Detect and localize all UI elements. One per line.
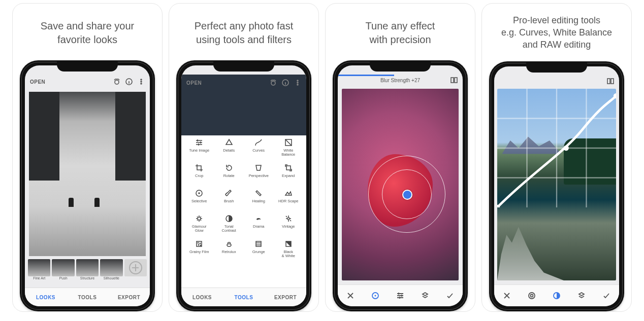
tool-curves[interactable]: Curves (244, 138, 274, 162)
promo-card-3: Tune any effect with precision Blur Stre… (325, 3, 475, 312)
tool-black-white[interactable]: Black & White (274, 240, 304, 263)
tool-grunge[interactable]: Grunge (244, 240, 274, 263)
phone-mock (489, 61, 624, 311)
app-screen-looks: OPEN Fine Art Push Structure Silhouette (25, 65, 150, 306)
blur-center-handle[interactable] (402, 190, 412, 200)
tool-brush[interactable]: Brush (214, 189, 244, 212)
svg-point-37 (564, 146, 569, 151)
tool-drama[interactable]: Drama (244, 215, 274, 238)
promo-caption: Save and share your favorite looks (41, 13, 135, 53)
tool-tonal-contrast[interactable]: Tonal Contrast (214, 215, 244, 238)
tool-vintage[interactable]: Vintage (274, 215, 304, 238)
svg-point-20 (199, 244, 199, 245)
promo-card-1: Save and share your favorite looks OPEN … (12, 3, 163, 312)
tool-selective[interactable]: Selective (184, 189, 214, 212)
curves-header (494, 76, 619, 87)
svg-point-40 (530, 295, 533, 297)
filter-strip: Fine Art Push Structure Silhouette (25, 259, 150, 288)
confirm-button[interactable] (594, 291, 619, 300)
more-icon[interactable] (138, 78, 145, 85)
svg-rect-25 (455, 78, 457, 83)
svg-point-13 (199, 193, 200, 194)
tool-healing[interactable]: Healing (244, 189, 274, 212)
app-screen-curves (494, 66, 619, 306)
more-icon[interactable] (294, 79, 301, 86)
svg-rect-24 (451, 78, 454, 83)
phone-mock: OPEN Tune Image Details Curves White Bal… (176, 60, 311, 311)
svg-point-5 (271, 81, 275, 85)
histogram (497, 215, 564, 280)
adjust-header: Blur Strength +27 (338, 75, 463, 86)
app-footer: LOOKS TOOLS EXPORT (25, 288, 150, 306)
tool-glamour-glow[interactable]: Glamour Glow (184, 215, 214, 238)
tool-rotate[interactable]: Rotate (214, 164, 244, 187)
tool-retrolux[interactable]: Retrolux (214, 240, 244, 263)
svg-rect-28 (607, 79, 610, 84)
phone-mock: Blur Strength +27 (333, 60, 468, 311)
open-button[interactable]: OPEN (30, 79, 45, 85)
photo-preview[interactable] (342, 89, 459, 280)
tool-white-balance[interactable]: White Balance (274, 138, 304, 162)
tab-looks[interactable]: LOOKS (181, 288, 223, 306)
cancel-button[interactable] (338, 291, 363, 300)
promo-caption: Tune any effect with precision (366, 13, 435, 53)
photo-preview[interactable] (497, 89, 616, 280)
tab-export[interactable]: EXPORT (265, 288, 306, 306)
edit-toolbar (338, 284, 463, 306)
compare-icon[interactable] (607, 78, 614, 85)
apply-stack-button[interactable] (569, 291, 594, 300)
tools-panel: Tune Image Details Curves White Balance … (181, 131, 306, 288)
promo-card-4: Pro-level editing tools e.g. Curves, Whi… (481, 3, 632, 312)
tab-looks[interactable]: LOOKS (25, 288, 67, 306)
svg-point-4 (141, 83, 142, 84)
filter-thumb[interactable]: Structure (76, 259, 99, 280)
camera-icon[interactable] (113, 78, 120, 85)
dimmed-preview: OPEN (181, 75, 306, 135)
open-button[interactable]: OPEN (186, 80, 202, 86)
curve-line[interactable] (497, 89, 616, 207)
tool-details[interactable]: Details (214, 138, 244, 162)
tab-tools[interactable]: TOOLS (67, 288, 108, 306)
channel-select-button[interactable] (544, 291, 569, 300)
svg-point-2 (141, 79, 142, 80)
confirm-button[interactable] (438, 291, 463, 300)
filter-thumb[interactable]: Push (52, 259, 74, 280)
filter-thumb[interactable]: Silhouette (100, 259, 122, 280)
tool-crop[interactable]: Crop (184, 164, 214, 187)
cancel-button[interactable] (494, 291, 519, 300)
app-screen-adjust: Blur Strength +27 (338, 65, 463, 306)
svg-point-14 (198, 217, 201, 220)
svg-point-8 (297, 82, 298, 83)
tool-perspective[interactable]: Perspective (244, 164, 274, 187)
tab-export[interactable]: EXPORT (108, 288, 150, 306)
svg-point-3 (141, 81, 142, 82)
svg-point-16 (287, 218, 289, 220)
app-screen-tools: OPEN Tune Image Details Curves White Bal… (181, 65, 306, 306)
effect-options-button[interactable] (363, 291, 388, 300)
promo-card-2: Perfect any photo fast using tools and f… (169, 3, 319, 312)
apply-stack-button[interactable] (413, 291, 438, 300)
tool-expand[interactable]: Expand (274, 164, 304, 187)
tab-tools[interactable]: TOOLS (223, 288, 265, 306)
svg-point-9 (297, 84, 298, 85)
compare-icon[interactable] (450, 77, 458, 84)
info-icon[interactable] (282, 79, 289, 86)
tool-grainy-film[interactable]: Grainy Film (184, 240, 214, 263)
tool-tune-image[interactable]: Tune Image (184, 138, 214, 162)
channel-luminance-button[interactable] (519, 291, 544, 300)
svg-rect-22 (256, 241, 261, 246)
promo-caption: Pro-level editing tools e.g. Curves, Whi… (501, 11, 612, 54)
add-look-button[interactable] (124, 259, 147, 280)
info-icon[interactable] (125, 78, 133, 85)
sliders-button[interactable] (388, 291, 412, 300)
svg-point-27 (374, 295, 376, 297)
adjust-progress (338, 75, 394, 76)
camera-icon[interactable] (270, 79, 277, 86)
filter-thumb[interactable]: Fine Art (28, 259, 50, 280)
photo-preview[interactable] (29, 92, 146, 256)
svg-point-19 (200, 243, 201, 243)
edit-toolbar (494, 284, 619, 306)
tool-hdr-scape[interactable]: HDR Scape (274, 189, 304, 212)
svg-rect-11 (286, 166, 291, 170)
svg-point-0 (115, 80, 119, 84)
